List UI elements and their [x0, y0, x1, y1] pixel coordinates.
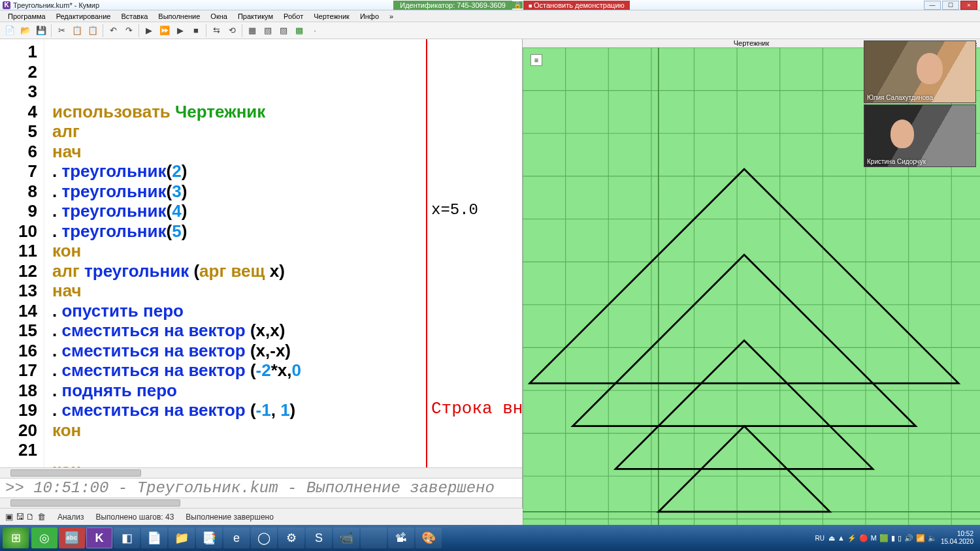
svg-marker-26: [615, 340, 873, 469]
window-maximize-button[interactable]: ☐: [942, 1, 959, 10]
editor-pane: 123456789101112131415161718192021 исполь…: [0, 39, 523, 508]
menu-окна[interactable]: Окна: [205, 12, 233, 20]
toolbar-button[interactable]: ▦: [245, 24, 259, 38]
status-done: Выполнение завершено: [186, 512, 274, 522]
toolbar-button[interactable]: 📄: [3, 24, 17, 38]
taskbar-app[interactable]: ◎: [31, 527, 57, 548]
toolbar-button[interactable]: ⟲: [225, 24, 239, 38]
window-minimize-button[interactable]: —: [924, 1, 941, 10]
status-icon[interactable]: 🖫: [16, 512, 27, 522]
toolbar-button[interactable]: ▩: [292, 24, 306, 38]
webcam-participant-1[interactable]: Юлия Салахутдинова: [864, 40, 976, 103]
tray-icon[interactable]: 🔴: [859, 534, 868, 543]
window-close-button[interactable]: ×: [960, 1, 977, 10]
code-editor[interactable]: 123456789101112131415161718192021 исполь…: [0, 39, 522, 467]
toolbar-button[interactable]: ↷: [122, 24, 136, 38]
taskbar-app[interactable]: S: [306, 527, 332, 548]
taskbar-app[interactable]: 📁: [169, 527, 195, 548]
tray-icon[interactable]: 📶: [916, 534, 925, 543]
console-h-scrollbar[interactable]: [0, 497, 522, 508]
tray-icon[interactable]: M: [871, 534, 877, 543]
scrollbar-thumb[interactable]: [10, 499, 180, 507]
code-area[interactable]: использовать Чертежникалгнач. треугольни…: [44, 39, 522, 467]
app-icon: K: [3, 1, 10, 9]
webcam-participant-2[interactable]: Кристина Сидорчук: [864, 104, 976, 167]
tray-icon[interactable]: ▮: [891, 534, 895, 543]
toolbar-button[interactable]: ▨: [276, 24, 291, 38]
demo-lock-icon: 🔒: [512, 1, 523, 8]
taskbar-app[interactable]: 📽: [388, 527, 414, 548]
menu-выполнение[interactable]: Выполнение: [153, 12, 205, 20]
taskbar-app[interactable]: [361, 527, 387, 548]
margin-ruler: [426, 39, 427, 467]
toolbar: 📄📂💾✂📋📋↶↷▶⏩▶■⇆⟲▦▧▨▩·: [0, 22, 980, 39]
status-icon[interactable]: 🗋: [26, 512, 37, 522]
tray-lang[interactable]: RU: [815, 535, 824, 542]
avatar: [890, 119, 914, 148]
toolbar-button[interactable]: ⏩: [157, 24, 172, 38]
taskbar-app[interactable]: e: [223, 527, 250, 548]
taskbar-app[interactable]: 📹: [333, 527, 359, 548]
toolbar-button[interactable]: ▧: [261, 24, 275, 38]
scrollbar-thumb[interactable]: [10, 469, 141, 477]
taskbar: ⊞ ◎🔤K◧📄📁📑e◯⚙S📹📽🎨 RU ⏏▲⚡🔴M🟩▮▯🔊📶🔈 10:52 15…: [0, 525, 980, 551]
tray-icon[interactable]: ⏏: [828, 534, 835, 543]
window-titlebar: K Треугольник.kum* - Кумир Идентификатор…: [0, 0, 980, 10]
status-icon[interactable]: ▣: [5, 512, 16, 522]
toolbar-button[interactable]: 💾: [34, 24, 48, 38]
taskbar-app[interactable]: 📄: [141, 527, 167, 548]
status-analysis[interactable]: Анализ: [57, 512, 84, 522]
tray-icon[interactable]: ▯: [898, 534, 902, 543]
status-steps: Выполнено шагов: 43: [95, 512, 174, 522]
tray-icon[interactable]: 🟩: [879, 534, 889, 543]
taskbar-app[interactable]: 🔤: [59, 527, 85, 548]
menu-редактирование[interactable]: Редактирование: [51, 12, 116, 20]
system-tray: RU ⏏▲⚡🔴M🟩▮▯🔊📶🔈 10:52 15.04.2020: [815, 530, 977, 546]
toolbar-button[interactable]: 📋: [70, 24, 84, 38]
avatar: [917, 53, 943, 84]
menu-чертежник[interactable]: Чертежник: [308, 12, 355, 20]
toolbar-button[interactable]: ⇆: [209, 24, 223, 38]
menu-»[interactable]: »: [384, 12, 399, 20]
svg-marker-28: [530, 169, 958, 383]
taskbar-app[interactable]: 📑: [196, 527, 222, 548]
editor-h-scrollbar[interactable]: [0, 467, 522, 478]
taskbar-app[interactable]: K: [86, 527, 112, 548]
menu-практикум[interactable]: Практикум: [233, 12, 278, 20]
menu-инфо[interactable]: Инфо: [355, 12, 384, 20]
tray-icon[interactable]: 🔈: [928, 534, 937, 543]
menu-робот[interactable]: Робот: [278, 12, 308, 20]
toolbar-button[interactable]: 📂: [18, 24, 33, 38]
toolbar-button[interactable]: ▶: [142, 24, 156, 38]
tray-clock[interactable]: 10:52 15.04.2020: [941, 530, 973, 546]
toolbar-button[interactable]: ·: [308, 24, 322, 38]
canvas-menu-button[interactable]: ≡: [531, 54, 542, 66]
taskbar-app[interactable]: 🎨: [416, 527, 442, 548]
tray-date: 15.04.2020: [941, 538, 973, 546]
tray-icon[interactable]: ▲: [838, 534, 845, 543]
stop-demo-button[interactable]: Остановить демонстрацию: [523, 1, 630, 10]
menu-программа[interactable]: Программа: [3, 12, 51, 20]
demo-id-badge: Идентификатор: 745-3069-3609: [393, 1, 512, 10]
taskbar-app[interactable]: ◯: [251, 527, 277, 548]
taskbar-app[interactable]: ⚙: [278, 527, 304, 548]
participant-name: Кристина Сидорчук: [867, 158, 926, 165]
toolbar-button[interactable]: ■: [189, 24, 203, 38]
drawer-title: Чертежник: [734, 39, 770, 47]
line-number-gutter: 123456789101112131415161718192021: [0, 39, 44, 467]
toolbar-button[interactable]: ▶: [173, 24, 188, 38]
participant-name: Юлия Салахутдинова: [867, 94, 933, 101]
status-icon[interactable]: 🗑: [37, 512, 46, 522]
taskbar-app[interactable]: ◧: [114, 527, 140, 548]
menubar: ПрограммаРедактированиеВставкаВыполнение…: [0, 10, 980, 22]
tray-icon[interactable]: 🔊: [904, 534, 913, 543]
menu-вставка[interactable]: Вставка: [116, 12, 153, 20]
window-title: Треугольник.kum* - Кумир: [13, 1, 99, 9]
toolbar-button[interactable]: ↶: [106, 24, 120, 38]
toolbar-button[interactable]: ✂: [54, 24, 69, 38]
tray-icon[interactable]: ⚡: [847, 534, 857, 543]
output-console: >> 10:51:00 - Треугольник.kum - Выполнен…: [0, 478, 522, 497]
tray-time: 10:52: [941, 530, 973, 538]
toolbar-button[interactable]: 📋: [86, 24, 100, 38]
start-button[interactable]: ⊞: [3, 527, 29, 548]
